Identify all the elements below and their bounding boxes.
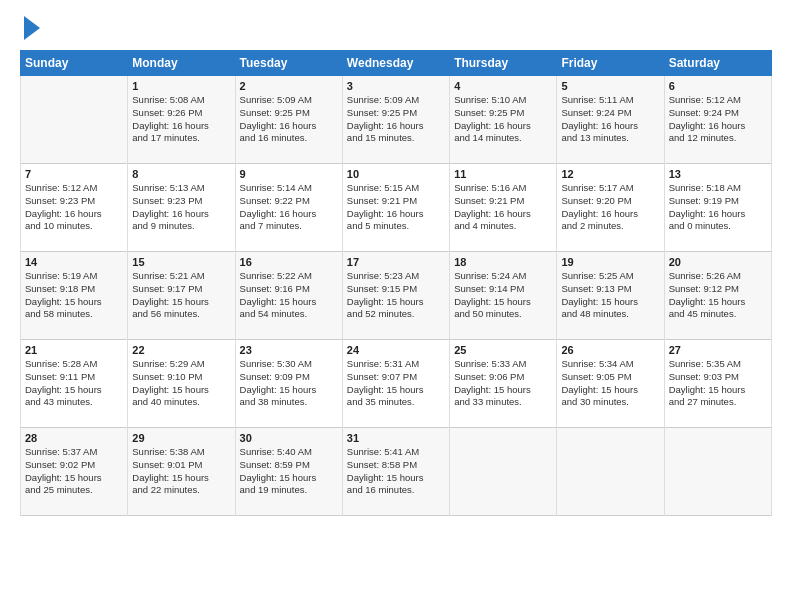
calendar-cell: 14Sunrise: 5:19 AM Sunset: 9:18 PM Dayli… [21,252,128,340]
calendar-cell: 8Sunrise: 5:13 AM Sunset: 9:23 PM Daylig… [128,164,235,252]
day-number: 23 [240,344,338,356]
day-number: 7 [25,168,123,180]
header-cell-monday: Monday [128,51,235,76]
day-number: 1 [132,80,230,92]
calendar-cell: 16Sunrise: 5:22 AM Sunset: 9:16 PM Dayli… [235,252,342,340]
calendar-cell: 11Sunrise: 5:16 AM Sunset: 9:21 PM Dayli… [450,164,557,252]
calendar-cell: 28Sunrise: 5:37 AM Sunset: 9:02 PM Dayli… [21,428,128,516]
calendar-table: SundayMondayTuesdayWednesdayThursdayFrid… [20,50,772,516]
calendar-cell: 23Sunrise: 5:30 AM Sunset: 9:09 PM Dayli… [235,340,342,428]
day-info: Sunrise: 5:19 AM Sunset: 9:18 PM Dayligh… [25,270,123,321]
calendar-cell [557,428,664,516]
day-number: 18 [454,256,552,268]
header-cell-sunday: Sunday [21,51,128,76]
header-cell-thursday: Thursday [450,51,557,76]
day-number: 24 [347,344,445,356]
day-info: Sunrise: 5:14 AM Sunset: 9:22 PM Dayligh… [240,182,338,233]
day-info: Sunrise: 5:13 AM Sunset: 9:23 PM Dayligh… [132,182,230,233]
calendar-cell: 27Sunrise: 5:35 AM Sunset: 9:03 PM Dayli… [664,340,771,428]
header-cell-saturday: Saturday [664,51,771,76]
day-info: Sunrise: 5:25 AM Sunset: 9:13 PM Dayligh… [561,270,659,321]
calendar-cell: 9Sunrise: 5:14 AM Sunset: 9:22 PM Daylig… [235,164,342,252]
logo-arrow-icon [24,16,40,40]
week-row-1: 1Sunrise: 5:08 AM Sunset: 9:26 PM Daylig… [21,76,772,164]
day-info: Sunrise: 5:17 AM Sunset: 9:20 PM Dayligh… [561,182,659,233]
day-number: 25 [454,344,552,356]
calendar-cell: 6Sunrise: 5:12 AM Sunset: 9:24 PM Daylig… [664,76,771,164]
day-info: Sunrise: 5:09 AM Sunset: 9:25 PM Dayligh… [240,94,338,145]
day-number: 14 [25,256,123,268]
header-cell-friday: Friday [557,51,664,76]
day-number: 8 [132,168,230,180]
calendar-cell: 22Sunrise: 5:29 AM Sunset: 9:10 PM Dayli… [128,340,235,428]
day-number: 13 [669,168,767,180]
calendar-cell: 24Sunrise: 5:31 AM Sunset: 9:07 PM Dayli… [342,340,449,428]
calendar-cell: 18Sunrise: 5:24 AM Sunset: 9:14 PM Dayli… [450,252,557,340]
calendar-cell: 17Sunrise: 5:23 AM Sunset: 9:15 PM Dayli… [342,252,449,340]
day-info: Sunrise: 5:09 AM Sunset: 9:25 PM Dayligh… [347,94,445,145]
day-number: 28 [25,432,123,444]
calendar-cell: 10Sunrise: 5:15 AM Sunset: 9:21 PM Dayli… [342,164,449,252]
day-info: Sunrise: 5:16 AM Sunset: 9:21 PM Dayligh… [454,182,552,233]
day-info: Sunrise: 5:24 AM Sunset: 9:14 PM Dayligh… [454,270,552,321]
day-number: 4 [454,80,552,92]
calendar-cell: 2Sunrise: 5:09 AM Sunset: 9:25 PM Daylig… [235,76,342,164]
calendar-cell: 13Sunrise: 5:18 AM Sunset: 9:19 PM Dayli… [664,164,771,252]
day-info: Sunrise: 5:31 AM Sunset: 9:07 PM Dayligh… [347,358,445,409]
calendar-cell: 26Sunrise: 5:34 AM Sunset: 9:05 PM Dayli… [557,340,664,428]
header [20,18,772,40]
day-number: 6 [669,80,767,92]
calendar-cell: 12Sunrise: 5:17 AM Sunset: 9:20 PM Dayli… [557,164,664,252]
day-info: Sunrise: 5:33 AM Sunset: 9:06 PM Dayligh… [454,358,552,409]
calendar-cell: 4Sunrise: 5:10 AM Sunset: 9:25 PM Daylig… [450,76,557,164]
day-number: 29 [132,432,230,444]
day-info: Sunrise: 5:18 AM Sunset: 9:19 PM Dayligh… [669,182,767,233]
day-info: Sunrise: 5:15 AM Sunset: 9:21 PM Dayligh… [347,182,445,233]
day-info: Sunrise: 5:23 AM Sunset: 9:15 PM Dayligh… [347,270,445,321]
day-number: 5 [561,80,659,92]
day-info: Sunrise: 5:28 AM Sunset: 9:11 PM Dayligh… [25,358,123,409]
day-info: Sunrise: 5:29 AM Sunset: 9:10 PM Dayligh… [132,358,230,409]
day-number: 2 [240,80,338,92]
day-number: 11 [454,168,552,180]
week-row-2: 7Sunrise: 5:12 AM Sunset: 9:23 PM Daylig… [21,164,772,252]
calendar-cell: 20Sunrise: 5:26 AM Sunset: 9:12 PM Dayli… [664,252,771,340]
calendar-cell [450,428,557,516]
calendar-cell: 21Sunrise: 5:28 AM Sunset: 9:11 PM Dayli… [21,340,128,428]
calendar-cell: 15Sunrise: 5:21 AM Sunset: 9:17 PM Dayli… [128,252,235,340]
day-info: Sunrise: 5:22 AM Sunset: 9:16 PM Dayligh… [240,270,338,321]
calendar-cell: 1Sunrise: 5:08 AM Sunset: 9:26 PM Daylig… [128,76,235,164]
day-number: 19 [561,256,659,268]
day-info: Sunrise: 5:30 AM Sunset: 9:09 PM Dayligh… [240,358,338,409]
day-info: Sunrise: 5:40 AM Sunset: 8:59 PM Dayligh… [240,446,338,497]
day-info: Sunrise: 5:12 AM Sunset: 9:23 PM Dayligh… [25,182,123,233]
day-number: 27 [669,344,767,356]
calendar-cell: 3Sunrise: 5:09 AM Sunset: 9:25 PM Daylig… [342,76,449,164]
calendar-cell [21,76,128,164]
calendar-cell: 19Sunrise: 5:25 AM Sunset: 9:13 PM Dayli… [557,252,664,340]
day-info: Sunrise: 5:26 AM Sunset: 9:12 PM Dayligh… [669,270,767,321]
day-number: 12 [561,168,659,180]
week-row-4: 21Sunrise: 5:28 AM Sunset: 9:11 PM Dayli… [21,340,772,428]
calendar-cell: 30Sunrise: 5:40 AM Sunset: 8:59 PM Dayli… [235,428,342,516]
calendar-cell: 5Sunrise: 5:11 AM Sunset: 9:24 PM Daylig… [557,76,664,164]
header-cell-tuesday: Tuesday [235,51,342,76]
calendar-cell: 31Sunrise: 5:41 AM Sunset: 8:58 PM Dayli… [342,428,449,516]
week-row-3: 14Sunrise: 5:19 AM Sunset: 9:18 PM Dayli… [21,252,772,340]
header-cell-wednesday: Wednesday [342,51,449,76]
day-number: 17 [347,256,445,268]
day-number: 10 [347,168,445,180]
day-number: 9 [240,168,338,180]
calendar-cell [664,428,771,516]
header-row: SundayMondayTuesdayWednesdayThursdayFrid… [21,51,772,76]
day-number: 22 [132,344,230,356]
week-row-5: 28Sunrise: 5:37 AM Sunset: 9:02 PM Dayli… [21,428,772,516]
day-number: 30 [240,432,338,444]
day-number: 15 [132,256,230,268]
day-info: Sunrise: 5:12 AM Sunset: 9:24 PM Dayligh… [669,94,767,145]
day-number: 31 [347,432,445,444]
day-info: Sunrise: 5:38 AM Sunset: 9:01 PM Dayligh… [132,446,230,497]
calendar-cell: 29Sunrise: 5:38 AM Sunset: 9:01 PM Dayli… [128,428,235,516]
day-number: 21 [25,344,123,356]
day-number: 26 [561,344,659,356]
